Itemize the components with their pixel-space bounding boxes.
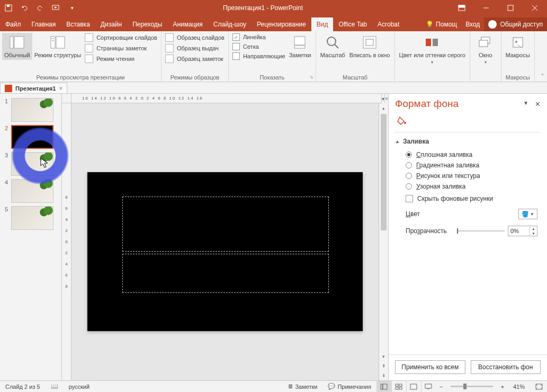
slide-sorter-view-icon[interactable]	[391, 381, 406, 393]
slide-counter[interactable]: Слайд 2 из 5	[0, 384, 46, 390]
transparency-label: Прозрачность	[406, 227, 454, 235]
sign-in[interactable]: Вход	[461, 21, 484, 28]
minimize-button[interactable]	[474, 0, 498, 15]
handout-master-button[interactable]: Образец выдач	[164, 43, 226, 53]
subtitle-placeholder[interactable]	[122, 254, 329, 293]
collapse-ribbon-icon[interactable]: ˄	[541, 73, 544, 79]
document-tab[interactable]: Презентация1 ×	[0, 83, 67, 93]
solid-fill-radio[interactable]: Сплошная заливка	[406, 149, 537, 160]
radio-selected-icon	[406, 152, 412, 158]
slide-thumbnail-3[interactable]	[11, 152, 53, 176]
tab-review[interactable]: Рецензирование	[252, 17, 311, 31]
hide-bg-graphics-checkbox[interactable]: Скрыть фоновые рисунки	[406, 192, 537, 206]
ruler-checkbox[interactable]: ✓Линейка	[231, 33, 287, 41]
notes-toggle-button[interactable]: Заметки	[287, 33, 313, 60]
transparency-input[interactable]: 0% ▲▼	[508, 226, 537, 236]
share-button[interactable]: Общий доступ	[484, 17, 547, 31]
tab-design[interactable]: Дизайн	[95, 17, 127, 31]
pattern-fill-radio[interactable]: Узорная заливка	[406, 181, 537, 192]
thumb-number: 4	[3, 179, 8, 185]
reading-view-icon[interactable]	[406, 381, 421, 393]
guides-checkbox[interactable]: Направляющие	[231, 52, 287, 60]
prev-slide-icon[interactable]: ⇞	[379, 361, 388, 371]
tab-animations[interactable]: Анимация	[167, 17, 208, 31]
notes-toggle[interactable]: ≣ Заметки	[283, 383, 322, 390]
tab-file[interactable]: Файл	[0, 17, 26, 31]
vertical-scrollbar[interactable]: ▴ ▾ ⇞ ⇟	[379, 103, 388, 380]
next-slide-icon[interactable]: ⇟	[379, 371, 388, 380]
outline-view-button[interactable]: Режим структуры	[32, 33, 84, 60]
normal-view-button[interactable]: Обычный	[2, 33, 32, 60]
language-indicator[interactable]: русский	[64, 384, 95, 390]
save-icon[interactable]	[4, 4, 13, 12]
zoom-slider[interactable]	[451, 386, 493, 387]
maximize-button[interactable]	[498, 0, 523, 15]
notes-page-button[interactable]: Страницы заметок	[83, 43, 159, 53]
slide[interactable]	[87, 172, 363, 331]
slide-thumbnail-5[interactable]	[11, 206, 53, 230]
zoom-button[interactable]: Масштаб	[318, 33, 347, 60]
spin-down-icon[interactable]: ▼	[530, 231, 537, 236]
start-slideshow-icon[interactable]	[52, 4, 60, 12]
gridlines-checkbox[interactable]: Сетка	[231, 42, 287, 51]
zoom-level[interactable]: 41%	[508, 384, 530, 390]
format-background-pane: Формат фона ▼ ✕ ▲ Заливка Сплошная залив…	[388, 94, 547, 380]
gradient-fill-radio[interactable]: Градиентная заливка	[406, 160, 537, 171]
ribbon-display-options[interactable]	[450, 0, 474, 15]
pane-options-icon[interactable]: ▼	[523, 100, 528, 108]
document-tabs: Презентация1 ×	[0, 82, 547, 94]
apply-to-all-button[interactable]: Применить ко всем	[395, 360, 465, 374]
close-button[interactable]	[523, 0, 547, 15]
scroll-thumb[interactable]	[381, 114, 387, 230]
tab-home[interactable]: Главная	[26, 17, 61, 31]
macros-button[interactable]: Макросы	[504, 33, 532, 60]
picture-fill-radio[interactable]: Рисунок или текстура	[406, 171, 537, 181]
qat-customize-icon[interactable]: ▾	[68, 4, 76, 12]
close-tab-icon[interactable]: ×	[59, 85, 62, 92]
zoom-out-button[interactable]: −	[437, 384, 445, 390]
reading-view-button[interactable]: Режим чтения	[83, 54, 159, 64]
close-pane-button[interactable]: ✕	[535, 100, 541, 108]
fit-to-window-button[interactable]: Вписать в окно	[347, 33, 392, 60]
close-pane-icon[interactable]: ×	[384, 94, 388, 103]
slide-master-button[interactable]: Образец слайдов	[164, 33, 226, 42]
slide-thumbnail-1[interactable]	[11, 98, 53, 122]
reset-background-button[interactable]: Восстановить фон	[471, 360, 541, 374]
slide-thumbnail-4[interactable]	[11, 179, 53, 203]
spin-up-icon[interactable]: ▲	[530, 226, 537, 231]
canvas[interactable]	[71, 103, 379, 380]
view-buttons	[376, 381, 436, 393]
slide-sorter-button[interactable]: Сортировщик слайдов	[83, 33, 159, 42]
show-dialog-launcher[interactable]: ↘	[309, 74, 313, 79]
tab-officetab[interactable]: Office Tab	[333, 17, 372, 31]
scroll-up-icon[interactable]: ▴	[379, 103, 388, 113]
fill-category-icon[interactable]	[395, 114, 409, 128]
redo-icon[interactable]	[36, 4, 44, 12]
slide-thumbnail-2[interactable]	[11, 125, 53, 149]
slideshow-view-icon[interactable]	[421, 381, 436, 393]
zoom-in-button[interactable]: +	[498, 384, 507, 390]
vertical-ruler[interactable]: 8 6 4 2 0 2 4 6 8	[62, 103, 71, 380]
fit-to-window-icon[interactable]	[530, 384, 547, 390]
tab-insert[interactable]: Вставка	[61, 17, 95, 31]
svg-rect-21	[426, 39, 431, 46]
undo-icon[interactable]	[20, 4, 29, 12]
tell-me[interactable]: 💡 Помощ	[422, 21, 461, 28]
transparency-slider[interactable]	[457, 230, 505, 231]
fill-section-header[interactable]: ▲ Заливка	[389, 132, 547, 148]
normal-view-icon[interactable]	[376, 381, 391, 393]
fill-color-picker[interactable]: 🪣 ▼	[518, 209, 537, 219]
comments-toggle[interactable]: 💬 Примечания	[322, 383, 376, 390]
tab-view[interactable]: Вид	[311, 17, 334, 31]
share-label: Общий доступ	[500, 21, 543, 28]
horizontal-ruler[interactable]: 16 14 12 10 8 6 4 2 0 2 4 6 8 10 12 14 1…	[71, 94, 381, 103]
tab-slideshow[interactable]: Слайд-шоу	[208, 17, 252, 31]
color-grayscale-button[interactable]: Цвет или оттенки серого ▾	[397, 33, 468, 66]
scroll-down-icon[interactable]: ▾	[379, 352, 388, 361]
notes-master-button[interactable]: Образец заметок	[164, 54, 226, 64]
window-button[interactable]: Окно ▾	[472, 33, 499, 66]
tab-acrobat[interactable]: Acrobat	[372, 17, 405, 31]
spell-check-icon[interactable]: 📖	[46, 383, 64, 390]
tab-transitions[interactable]: Переходы	[127, 17, 167, 31]
title-placeholder[interactable]	[122, 197, 329, 252]
